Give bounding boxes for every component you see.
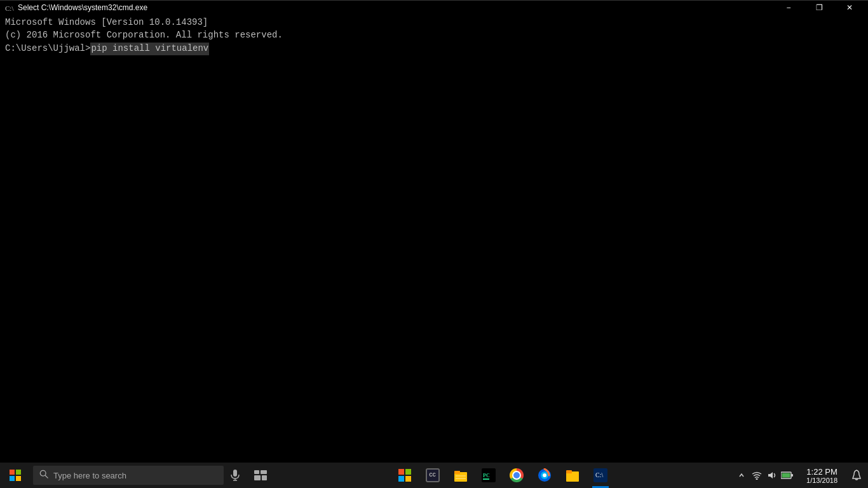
task-view-button[interactable] <box>247 463 275 488</box>
window-title: Select C:\Windows\system32\cmd.exe <box>18 3 147 12</box>
svg-rect-28 <box>782 473 790 478</box>
svg-line-3 <box>45 475 48 478</box>
show-hidden-icons-button[interactable] <box>735 463 748 488</box>
taskbar-left: Type here to search <box>0 463 275 488</box>
svg-text:C:\: C:\ <box>5 4 14 12</box>
cmd-prompt-line: C:\Users\Ujjwal> pip install virtualenv <box>5 43 863 55</box>
windows-logo-icon <box>10 470 21 481</box>
start-button[interactable] <box>0 463 31 488</box>
taskbar-app-terminal[interactable]: C:\ <box>587 463 614 488</box>
svg-rect-14 <box>456 478 466 479</box>
taskbar-app-explorer[interactable] <box>447 463 475 488</box>
cmd-window[interactable]: Microsoft Windows [Version 10.0.14393] (… <box>0 14 868 463</box>
taskbar-app-chrome[interactable] <box>503 463 531 488</box>
svg-rect-9 <box>254 475 261 480</box>
cmd-output-line2: (c) 2016 Microsoft Corporation. All righ… <box>5 29 863 42</box>
ms-store-icon <box>397 468 412 483</box>
file-explorer-icon <box>453 468 468 483</box>
title-bar-left: C:\ Select C:\Windows\system32\cmd.exe <box>4 3 147 13</box>
svg-rect-12 <box>454 471 460 474</box>
taskbar: Type here to search <box>0 463 868 488</box>
microphone-button[interactable] <box>224 463 247 488</box>
title-bar: C:\ Select C:\Windows\system32\cmd.exe −… <box>0 0 868 14</box>
chrome-icon <box>509 468 524 483</box>
svg-text:C:\: C:\ <box>595 471 603 478</box>
system-tray <box>730 463 799 488</box>
cc-icon: CC <box>425 468 440 483</box>
notification-icon <box>851 470 862 481</box>
taskbar-app-cc[interactable]: CC <box>419 463 447 488</box>
cmd-prompt: C:\Users\Ujjwal> <box>5 43 90 55</box>
title-bar-controls: − ❐ ✕ <box>774 1 864 15</box>
svg-rect-27 <box>791 474 793 477</box>
minimize-button[interactable]: − <box>774 1 803 15</box>
svg-rect-4 <box>233 470 237 477</box>
microphone-icon <box>231 470 240 481</box>
clock-time: 1:22 PM <box>806 467 837 477</box>
firefox-icon <box>537 468 552 483</box>
files-icon <box>565 468 580 483</box>
close-button[interactable]: ✕ <box>835 1 864 15</box>
clock[interactable]: 1:22 PM 1/13/2018 <box>800 463 844 488</box>
search-placeholder: Type here to search <box>53 471 126 480</box>
svg-rect-22 <box>566 470 572 473</box>
search-icon <box>39 470 48 482</box>
search-bar[interactable]: Type here to search <box>33 466 224 485</box>
taskbar-apps: CC PC <box>391 463 614 488</box>
svg-rect-10 <box>262 475 267 480</box>
svg-rect-8 <box>261 470 267 474</box>
svg-rect-7 <box>254 470 259 474</box>
restore-button[interactable]: ❐ <box>804 1 834 15</box>
svg-text:PC: PC <box>483 473 490 478</box>
cmd-output-line1: Microsoft Windows [Version 10.0.14393] <box>5 17 863 29</box>
network-icon[interactable] <box>750 463 763 488</box>
cmd-icon: C:\ <box>4 3 14 13</box>
terminal-icon: C:\ <box>593 468 608 483</box>
clock-date: 1/13/2018 <box>806 477 837 484</box>
task-view-icon <box>254 470 267 480</box>
volume-icon[interactable] <box>766 463 778 488</box>
cmd-input[interactable]: pip install virtualenv <box>90 43 209 55</box>
svg-rect-13 <box>456 475 466 477</box>
taskbar-app-pycharm[interactable]: PC <box>475 463 503 488</box>
taskbar-app-ms-store[interactable] <box>391 463 419 488</box>
notification-button[interactable] <box>845 463 868 488</box>
pycharm-icon: PC <box>481 468 496 483</box>
taskbar-app-firefox[interactable] <box>531 463 559 488</box>
taskbar-right: 1:22 PM 1/13/2018 <box>730 463 868 488</box>
svg-point-25 <box>756 478 758 480</box>
taskbar-app-files[interactable] <box>559 463 587 488</box>
battery-icon[interactable] <box>781 463 794 488</box>
svg-rect-17 <box>483 478 489 480</box>
svg-point-20 <box>543 473 546 477</box>
